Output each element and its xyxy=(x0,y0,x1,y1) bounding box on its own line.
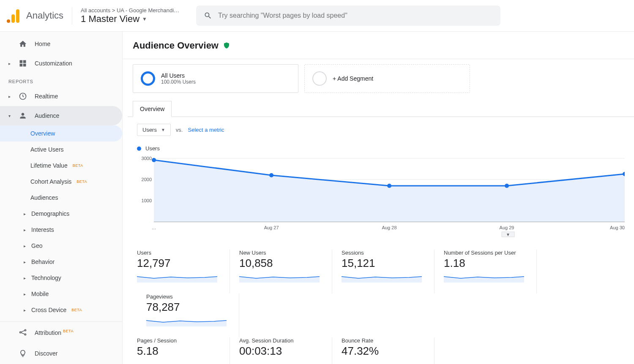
ga-logo[interactable]: Analytics xyxy=(7,8,63,23)
bulb-icon xyxy=(19,349,27,358)
svg-text:Aug 29: Aug 29 xyxy=(500,225,514,230)
account-picker[interactable]: All accounts > UA - Google Merchandi… 1 … xyxy=(72,7,179,24)
subnav-overview[interactable]: Overview xyxy=(0,125,122,141)
subnav-active-users[interactable]: Active Users xyxy=(30,141,122,158)
segment-all-users[interactable]: All Users 100.00% Users xyxy=(133,64,298,93)
scorecard-value: 1.18 xyxy=(444,257,527,270)
product-name: Analytics xyxy=(26,10,63,21)
scorecard-label: Pageviews xyxy=(146,293,230,300)
audience-subnav: Overview Active Users Lifetime ValueBETA… xyxy=(0,125,122,334)
svg-text:3000: 3000 xyxy=(142,156,152,161)
primary-metric-label: Users xyxy=(142,127,157,133)
home-icon xyxy=(19,40,27,48)
scorecard-label: Pages / Session xyxy=(137,337,220,344)
scorecard-value: 78,287 xyxy=(146,301,230,314)
sparkline xyxy=(146,317,227,326)
scorecard[interactable]: Pageviews78,287 xyxy=(146,293,239,337)
search-input[interactable] xyxy=(218,12,493,19)
page-title: Audience Overview xyxy=(133,40,219,51)
scorecard[interactable]: Avg. Session Duration00:03:13 xyxy=(239,337,332,364)
scorecard[interactable]: New Users10,858 xyxy=(239,250,332,293)
scorecard-value: 15,121 xyxy=(342,257,425,270)
sparkline xyxy=(444,273,524,283)
scorecard[interactable]: Users12,797 xyxy=(137,250,230,293)
svg-point-3 xyxy=(25,334,26,335)
scorecard[interactable]: Number of Sessions per User1.18 xyxy=(444,250,537,293)
sidebar-item-audience[interactable]: ▾ Audience xyxy=(0,106,122,125)
svg-point-13 xyxy=(387,184,391,188)
sparkline xyxy=(137,273,217,283)
sidebar-item-home[interactable]: Home xyxy=(0,34,122,54)
clock-icon xyxy=(19,92,27,101)
segment-title: All Users xyxy=(161,72,196,79)
sidebar-footer: AttributionBETA Discover xyxy=(0,321,122,364)
grid-icon xyxy=(19,59,27,68)
sidebar-item-discover[interactable]: Discover xyxy=(0,343,122,364)
sparkline xyxy=(342,361,422,364)
subnav-lifetime-value[interactable]: Lifetime ValueBETA xyxy=(30,158,122,174)
subnav-demographics[interactable]: ▸Demographics xyxy=(30,206,122,222)
add-segment-button[interactable]: + Add Segment xyxy=(304,64,470,93)
scorecard-label: Bounce Rate xyxy=(342,337,425,344)
report-tabs: Overview xyxy=(128,101,634,117)
segment-subtitle: 100.00% Users xyxy=(161,79,196,85)
segment-circle-icon xyxy=(141,71,155,86)
attribution-icon xyxy=(19,328,27,337)
sidebar-item-label: Attribution xyxy=(35,329,61,336)
search-icon xyxy=(204,11,212,20)
scorecard-label: Avg. Session Duration xyxy=(239,337,322,344)
svg-text:Aug 28: Aug 28 xyxy=(382,225,397,230)
sidebar-item-label: Realtime xyxy=(35,93,58,100)
subnav-mobile[interactable]: ▸Mobile xyxy=(30,286,122,302)
chevron-down-icon: ▼ xyxy=(161,128,165,132)
sidebar-item-label: Customization xyxy=(35,60,72,67)
sidebar-item-label: Home xyxy=(35,41,50,47)
verified-icon xyxy=(223,42,230,49)
sparkline xyxy=(239,273,320,283)
svg-point-12 xyxy=(269,173,273,177)
scorecard-label: Users xyxy=(137,250,220,256)
search-bar[interactable] xyxy=(196,5,500,26)
scorecard-label: Sessions xyxy=(342,250,425,256)
scorecard-value: 00:03:13 xyxy=(239,345,322,358)
ga-logo-icon xyxy=(7,8,21,23)
svg-text:Aug 30: Aug 30 xyxy=(610,225,625,230)
scorecard[interactable]: Sessions15,121 xyxy=(342,250,435,293)
legend-dot-icon xyxy=(137,147,141,151)
scorecards-row: Users12,797New Users10,858Sessions15,121… xyxy=(128,239,634,364)
subnav-behavior[interactable]: ▸Behavior xyxy=(30,254,122,270)
subnav-technology[interactable]: ▸Technology xyxy=(30,270,122,286)
subnav-audiences[interactable]: Audiences xyxy=(30,190,122,206)
svg-text:…: … xyxy=(152,225,156,230)
topbar: Analytics All accounts > UA - Google Mer… xyxy=(0,0,634,32)
tab-overview[interactable]: Overview xyxy=(133,101,172,117)
breadcrumb-line1: All accounts > UA - Google Merchandi… xyxy=(81,7,179,14)
subnav-cohort-analysis[interactable]: Cohort AnalysisBETA xyxy=(30,174,122,190)
svg-text:▼: ▼ xyxy=(506,232,510,237)
sparkline xyxy=(239,361,320,364)
scorecard[interactable]: Pages / Session5.18 xyxy=(137,337,230,364)
subnav-cross-device[interactable]: ▸Cross DeviceBETA xyxy=(30,302,122,318)
sidebar-item-customization[interactable]: ▸ Customization xyxy=(0,54,122,73)
scorecard[interactable]: Bounce Rate47.32% xyxy=(342,337,435,364)
sparkline xyxy=(137,361,217,364)
breadcrumb-line2: 1 Master View xyxy=(81,14,139,24)
scorecard-value: 47.32% xyxy=(342,345,425,358)
primary-metric-dropdown[interactable]: Users ▼ xyxy=(137,124,171,136)
subnav-interests[interactable]: ▸Interests xyxy=(30,222,122,238)
sidebar-item-label: Discover xyxy=(35,350,57,357)
svg-text:1000: 1000 xyxy=(142,198,152,203)
sidebar-item-attribution[interactable]: AttributionBETA xyxy=(0,322,122,343)
select-secondary-metric[interactable]: Select a metric xyxy=(188,127,224,133)
scorecard-value: 5.18 xyxy=(137,345,220,358)
subnav-geo[interactable]: ▸Geo xyxy=(30,238,122,254)
svg-point-2 xyxy=(25,329,26,331)
sparkline xyxy=(342,273,422,283)
person-icon xyxy=(19,111,27,120)
chevron-down-icon: ▼ xyxy=(142,16,147,22)
scorecard-label: Number of Sessions per User xyxy=(444,250,527,256)
sidebar-item-realtime[interactable]: ▸ Realtime xyxy=(0,87,122,106)
svg-point-11 xyxy=(152,158,156,162)
scorecard-label: New Users xyxy=(239,250,322,256)
sidebar-section-reports: REPORTS xyxy=(0,73,122,87)
